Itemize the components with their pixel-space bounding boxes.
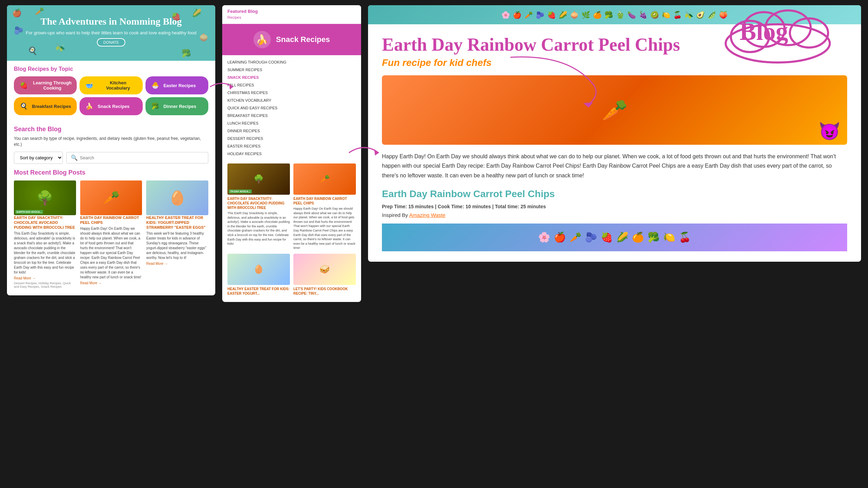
nav-link-3[interactable]: FALL RECIPES (227, 83, 254, 87)
nav-item-12[interactable]: HOLIDAY RECIPES (227, 150, 286, 157)
blog-subtitle: For grown-ups who want to help their lit… (14, 30, 208, 35)
nav-link-12[interactable]: HOLIDAY RECIPES (227, 152, 262, 156)
nav-link-5[interactable]: KITCHEN VOCABULARY (227, 98, 271, 102)
post-title-2: EARTH DAY RAINBOW CARROT PEEL CHIPS (80, 215, 142, 225)
nav-item-4[interactable]: CHRISTMAS RECIPES (227, 89, 286, 96)
featured-sublabel: Recipes (227, 15, 241, 19)
nav-item-3[interactable]: FALL RECIPES (227, 81, 286, 89)
nav-link-6[interactable]: QUICK AND EASY RECIPES (227, 106, 277, 110)
featured-header: Featured Blog Recipes (222, 5, 361, 24)
nav-item-6[interactable]: QUICK AND EASY RECIPES (227, 104, 286, 111)
search-section: Search the Blog You can search by type o… (7, 120, 215, 169)
hero-icon-4: 🫐 (536, 11, 544, 19)
topic-label-breakfast: Breakfast Recipes (32, 104, 71, 109)
article-body: Happy Earth Day! On Earth Day we should … (382, 152, 847, 180)
topic-snack[interactable]: 🍌 Snack Recipes (80, 97, 142, 115)
footer-icon-3: 🥕 (569, 232, 582, 243)
hero-icon-9: 🍊 (593, 11, 602, 19)
hero-icon-13: 🍇 (639, 11, 648, 19)
blog-card-4: 🥪 LET'S PARTY! KIDS COOKBOOK RECIPE: TIN… (293, 254, 356, 297)
nav-item-2[interactable]: SNACK RECIPES (227, 73, 286, 81)
nav-item-1[interactable]: SUMMER RECIPES (227, 66, 286, 73)
posts-grid: EARTH DAY AVOCA... EARTH DAY SNACKTIVITY… (14, 180, 208, 289)
inspired-link[interactable]: Amazing Waste (409, 212, 445, 218)
carrot-emoji: 🥕 (319, 174, 330, 184)
read-more-3[interactable]: Read More → (146, 262, 208, 266)
nav-link-8[interactable]: LUNCH RECIPES (227, 121, 258, 125)
footer-icon-5: 🍓 (601, 232, 613, 243)
topic-icon-dinner: 🥦 (150, 101, 161, 112)
nav-item-11[interactable]: EASTER RECIPES (227, 142, 286, 150)
topic-label-dinner: Dinner Recipes (164, 104, 197, 109)
hero-icon-17: 🫒 (685, 11, 693, 19)
nav-link-7[interactable]: BREAKFAST RECIPES (227, 113, 268, 118)
topic-easter[interactable]: 🐣 Easter Recipes (145, 76, 208, 94)
total-separator: | Total time: (492, 204, 520, 209)
search-title: Search the Blog (14, 126, 208, 133)
search-description: You can search by type of recipe, ingred… (14, 136, 208, 148)
footer-icon-6: 🌽 (616, 232, 628, 243)
cook-separator: | Cook Time: (435, 204, 466, 209)
cook-value: 10 minutes (466, 204, 491, 209)
nav-list: LEARNING THROUGH COOKING SUMMER RECIPES … (222, 55, 292, 160)
sort-select[interactable]: Sort by category (14, 152, 63, 164)
blog-card-text-1: This Earth Day Snacktivity is simple, de… (227, 211, 290, 246)
search-controls: Sort by category 🔍 (14, 152, 208, 164)
nav-item-0[interactable]: LEARNING THROUGH COOKING (227, 58, 286, 66)
nav-link-11[interactable]: EASTER RECIPES (227, 144, 260, 148)
topic-label-snack: Snack Recipes (98, 104, 130, 109)
nav-item-10[interactable]: DESSERT RECIPES (227, 134, 286, 142)
article-content: Earth Day Rainbow Carrot Peel Chips Fun … (368, 24, 861, 262)
recent-posts-title: Most Recent Blog Posts (14, 169, 208, 176)
hero-icon-8: 🌿 (582, 11, 590, 19)
topics-grid: 🍓 Learning Through Cooking 🥣 Kitchen Voc… (14, 76, 208, 115)
nav-link-0[interactable]: LEARNING THROUGH COOKING (227, 60, 286, 64)
post-excerpt-2: Happy Earth Day! On Earth Day we should … (80, 226, 142, 280)
blog-card-thumb-1: 🌳 TH DAY AVOCA... (227, 163, 290, 195)
header-icon-8: 🥦 (182, 49, 191, 58)
nav-link-9[interactable]: DINNER RECIPES (227, 129, 260, 133)
topic-label-kitchen: Kitchen Vocabulary (98, 80, 138, 91)
blog-card-thumb-3: 🥚 (227, 254, 290, 285)
article-character: 😈 (819, 121, 840, 141)
footer-icon-8: 🥦 (648, 232, 660, 243)
search-input[interactable] (80, 155, 204, 160)
topic-icon-snack: 🍌 (84, 101, 95, 112)
topic-dinner[interactable]: 🥦 Dinner Recipes (145, 97, 208, 115)
read-more-1[interactable]: Read More → (14, 276, 76, 280)
topic-learning[interactable]: 🍓 Learning Through Cooking (14, 76, 77, 94)
footer-icon-1: 🌸 (538, 232, 550, 243)
inspired-by: Inspired By Amazing Waste (382, 212, 847, 218)
hero-icon-20: 🍑 (719, 11, 728, 19)
search-icon: 🔍 (71, 154, 78, 161)
post-title-1: EARTH DAY SNACKTIVITY: CHOCOLATE AVOCADO… (14, 215, 76, 230)
topic-kitchen[interactable]: 🥣 Kitchen Vocabulary (80, 76, 142, 94)
footer-icon-10: 🍒 (679, 232, 691, 243)
article-image: 🥕 😈 (382, 75, 847, 145)
nav-link-10[interactable]: DESSERT RECIPES (227, 136, 263, 141)
recipe-prep-time: Prep Time: 15 minutes | Cook Time: 10 mi… (382, 204, 847, 209)
nav-item-5[interactable]: KITCHEN VOCABULARY (227, 96, 286, 104)
nav-item-9[interactable]: DINNER RECIPES (227, 127, 286, 134)
post-card-3: HEALTHY EASTER TREAT FOR KIDS: YOGURT-DI… (146, 180, 208, 289)
topic-icon-easter: 🐣 (150, 80, 161, 91)
nav-link-1[interactable]: SUMMER RECIPES (227, 68, 262, 72)
nav-item-7[interactable]: BREAKFAST RECIPES (227, 111, 286, 119)
nav-item-8[interactable]: LUNCH RECIPES (227, 119, 286, 127)
donate-button[interactable]: DONATE (97, 38, 125, 47)
hero-icon-16: 🍒 (673, 11, 682, 19)
topic-breakfast[interactable]: 🍳 Breakfast Recipes (14, 97, 77, 115)
prep-value: 15 minutes (408, 204, 434, 209)
nav-link-2[interactable]: SNACK RECIPES (227, 75, 259, 79)
avocado-badge: TH DAY AVOCA... (229, 190, 252, 193)
hero-icon-1: 🌸 (501, 11, 510, 19)
blog-card-text-2: Happy Earth Day! On Earth Day we should … (293, 207, 356, 250)
middle-panel: Featured Blog Recipes 🍌 Snack Recipes LE… (222, 5, 361, 302)
post-badge-1: EARTH DAY AVOCA... (15, 210, 43, 214)
nav-link-4[interactable]: CHRISTMAS RECIPES (227, 91, 268, 95)
blog-card-title-2: EARTH DAY RAINBOW CARROT PEEL CHIPS (293, 196, 356, 205)
hero-icon-15: 🍋 (662, 11, 670, 19)
read-more-2[interactable]: Read More → (80, 281, 142, 285)
post-thumb-3 (146, 180, 208, 215)
footer-icon-7: 🍊 (632, 232, 644, 243)
